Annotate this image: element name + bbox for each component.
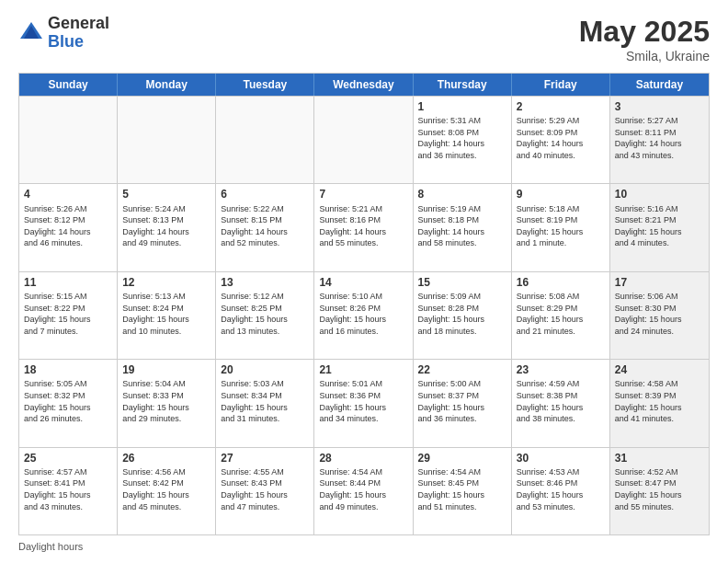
day-number: 26 (122, 451, 210, 465)
calendar-header: Sunday Monday Tuesday Wednesday Thursday… (19, 74, 709, 96)
cal-cell-5-3: 27Sunrise: 4:55 AM Sunset: 8:43 PM Dayli… (216, 448, 314, 534)
cell-info: Sunrise: 5:03 AM Sunset: 8:34 PM Dayligh… (221, 378, 309, 424)
cal-cell-2-3: 6Sunrise: 5:22 AM Sunset: 8:15 PM Daylig… (216, 184, 314, 270)
cell-info: Sunrise: 5:26 AM Sunset: 8:12 PM Dayligh… (24, 203, 112, 249)
cell-info: Sunrise: 5:31 AM Sunset: 8:08 PM Dayligh… (418, 115, 506, 161)
cal-cell-1-3 (216, 97, 314, 183)
cal-cell-5-5: 29Sunrise: 4:54 AM Sunset: 8:45 PM Dayli… (414, 448, 512, 534)
day-number: 3 (615, 99, 704, 114)
cal-cell-2-1: 4Sunrise: 5:26 AM Sunset: 8:12 PM Daylig… (19, 184, 118, 270)
cal-cell-3-6: 16Sunrise: 5:08 AM Sunset: 8:29 PM Dayli… (512, 272, 610, 359)
header-monday: Monday (118, 74, 216, 96)
cell-info: Sunrise: 5:15 AM Sunset: 8:22 PM Dayligh… (24, 291, 112, 337)
day-number: 28 (319, 451, 407, 465)
cell-info: Sunrise: 5:24 AM Sunset: 8:13 PM Dayligh… (122, 203, 210, 249)
header-sunday: Sunday (19, 74, 118, 96)
day-number: 19 (122, 362, 210, 377)
header-friday: Friday (512, 74, 610, 96)
calendar-body: 1Sunrise: 5:31 AM Sunset: 8:08 PM Daylig… (19, 96, 709, 534)
day-number: 2 (517, 99, 605, 114)
cell-info: Sunrise: 4:53 AM Sunset: 8:46 PM Dayligh… (517, 466, 605, 512)
cell-info: Sunrise: 4:56 AM Sunset: 8:42 PM Dayligh… (122, 466, 210, 512)
cal-cell-4-2: 19Sunrise: 5:04 AM Sunset: 8:33 PM Dayli… (118, 360, 216, 446)
cal-cell-1-7: 3Sunrise: 5:27 AM Sunset: 8:11 PM Daylig… (610, 97, 709, 183)
cell-info: Sunrise: 5:04 AM Sunset: 8:33 PM Dayligh… (122, 378, 210, 424)
cell-info: Sunrise: 5:19 AM Sunset: 8:18 PM Dayligh… (418, 203, 506, 249)
day-number: 27 (221, 451, 309, 465)
day-number: 8 (418, 187, 506, 201)
cal-week-5: 25Sunrise: 4:57 AM Sunset: 8:41 PM Dayli… (19, 447, 709, 534)
cal-cell-3-1: 11Sunrise: 5:15 AM Sunset: 8:22 PM Dayli… (19, 272, 118, 359)
day-number: 5 (122, 187, 210, 201)
day-number: 24 (615, 362, 704, 377)
day-number: 4 (24, 187, 112, 201)
day-number: 20 (221, 362, 309, 377)
cal-cell-3-3: 13Sunrise: 5:12 AM Sunset: 8:25 PM Dayli… (216, 272, 314, 359)
day-number: 9 (517, 187, 605, 201)
cell-info: Sunrise: 5:22 AM Sunset: 8:15 PM Dayligh… (221, 203, 309, 249)
cell-info: Sunrise: 5:06 AM Sunset: 8:30 PM Dayligh… (615, 291, 704, 337)
cal-cell-5-7: 31Sunrise: 4:52 AM Sunset: 8:47 PM Dayli… (610, 448, 709, 534)
cell-info: Sunrise: 4:55 AM Sunset: 8:43 PM Dayligh… (221, 466, 309, 512)
cell-info: Sunrise: 5:12 AM Sunset: 8:25 PM Dayligh… (221, 291, 309, 337)
header-thursday: Thursday (414, 74, 512, 96)
cal-week-1: 1Sunrise: 5:31 AM Sunset: 8:08 PM Daylig… (19, 96, 709, 183)
cal-cell-2-5: 8Sunrise: 5:19 AM Sunset: 8:18 PM Daylig… (414, 184, 512, 270)
cal-cell-3-5: 15Sunrise: 5:09 AM Sunset: 8:28 PM Dayli… (414, 272, 512, 359)
cal-cell-5-4: 28Sunrise: 4:54 AM Sunset: 8:44 PM Dayli… (314, 448, 413, 534)
cal-cell-1-2 (118, 97, 216, 183)
cal-cell-4-5: 22Sunrise: 5:00 AM Sunset: 8:37 PM Dayli… (414, 360, 512, 446)
day-number: 13 (221, 275, 309, 290)
header-tuesday: Tuesday (216, 74, 314, 96)
daylight-label: Daylight hours (18, 541, 83, 552)
calendar: Sunday Monday Tuesday Wednesday Thursday… (18, 73, 710, 535)
cal-cell-4-6: 23Sunrise: 4:59 AM Sunset: 8:38 PM Dayli… (512, 360, 610, 446)
calendar-location: Smila, Ukraine (579, 49, 710, 63)
cell-info: Sunrise: 4:59 AM Sunset: 8:38 PM Dayligh… (517, 378, 605, 424)
cell-info: Sunrise: 5:09 AM Sunset: 8:28 PM Dayligh… (418, 291, 506, 337)
day-number: 30 (517, 451, 605, 465)
day-number: 14 (319, 275, 407, 290)
cell-info: Sunrise: 4:54 AM Sunset: 8:45 PM Dayligh… (418, 466, 506, 512)
calendar-title: May 2025 (579, 15, 710, 49)
cal-cell-2-6: 9Sunrise: 5:18 AM Sunset: 8:19 PM Daylig… (512, 184, 610, 270)
day-number: 7 (319, 187, 407, 201)
cell-info: Sunrise: 5:13 AM Sunset: 8:24 PM Dayligh… (122, 291, 210, 337)
cal-cell-3-2: 12Sunrise: 5:13 AM Sunset: 8:24 PM Dayli… (118, 272, 216, 359)
cal-cell-1-4 (314, 97, 413, 183)
cal-week-4: 18Sunrise: 5:05 AM Sunset: 8:32 PM Dayli… (19, 359, 709, 446)
day-number: 31 (615, 451, 704, 465)
cal-cell-4-4: 21Sunrise: 5:01 AM Sunset: 8:36 PM Dayli… (314, 360, 413, 446)
day-number: 17 (615, 275, 704, 290)
cal-cell-2-2: 5Sunrise: 5:24 AM Sunset: 8:13 PM Daylig… (118, 184, 216, 270)
header-saturday: Saturday (610, 74, 709, 96)
cell-info: Sunrise: 4:54 AM Sunset: 8:44 PM Dayligh… (319, 466, 407, 512)
day-number: 25 (24, 451, 112, 465)
day-number: 6 (221, 187, 309, 201)
cell-info: Sunrise: 4:57 AM Sunset: 8:41 PM Dayligh… (24, 466, 112, 512)
cell-info: Sunrise: 5:08 AM Sunset: 8:29 PM Dayligh… (517, 291, 605, 337)
cal-cell-3-7: 17Sunrise: 5:06 AM Sunset: 8:30 PM Dayli… (610, 272, 709, 359)
cal-cell-5-6: 30Sunrise: 4:53 AM Sunset: 8:46 PM Dayli… (512, 448, 610, 534)
cell-info: Sunrise: 5:05 AM Sunset: 8:32 PM Dayligh… (24, 378, 112, 424)
day-number: 11 (24, 275, 112, 290)
cell-info: Sunrise: 5:29 AM Sunset: 8:09 PM Dayligh… (517, 115, 605, 161)
cell-info: Sunrise: 4:58 AM Sunset: 8:39 PM Dayligh… (615, 378, 704, 424)
cell-info: Sunrise: 5:00 AM Sunset: 8:37 PM Dayligh… (418, 378, 506, 424)
day-number: 29 (418, 451, 506, 465)
cal-cell-2-4: 7Sunrise: 5:21 AM Sunset: 8:16 PM Daylig… (314, 184, 413, 270)
cell-info: Sunrise: 5:10 AM Sunset: 8:26 PM Dayligh… (319, 291, 407, 337)
logo: General Blue (18, 15, 109, 52)
day-number: 23 (517, 362, 605, 377)
day-number: 15 (418, 275, 506, 290)
footer: Daylight hours (18, 541, 710, 552)
logo-icon (18, 20, 44, 46)
cell-info: Sunrise: 5:18 AM Sunset: 8:19 PM Dayligh… (517, 203, 605, 249)
cal-cell-1-6: 2Sunrise: 5:29 AM Sunset: 8:09 PM Daylig… (512, 97, 610, 183)
cell-info: Sunrise: 5:01 AM Sunset: 8:36 PM Dayligh… (319, 378, 407, 424)
cal-cell-1-5: 1Sunrise: 5:31 AM Sunset: 8:08 PM Daylig… (414, 97, 512, 183)
cal-cell-4-1: 18Sunrise: 5:05 AM Sunset: 8:32 PM Dayli… (19, 360, 118, 446)
day-number: 12 (122, 275, 210, 290)
cell-info: Sunrise: 4:52 AM Sunset: 8:47 PM Dayligh… (615, 466, 704, 512)
cal-week-2: 4Sunrise: 5:26 AM Sunset: 8:12 PM Daylig… (19, 183, 709, 270)
